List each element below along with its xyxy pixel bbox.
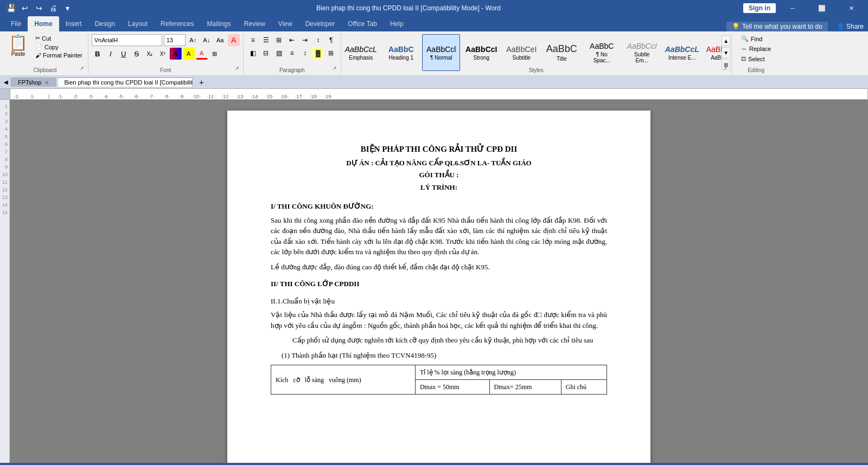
- text-effect-button[interactable]: A: [170, 48, 182, 60]
- italic-button[interactable]: I: [105, 48, 117, 60]
- style-intense-emphasis[interactable]: AaBbCcL Intense E...: [663, 34, 701, 71]
- tab-scroll-left[interactable]: ◀: [2, 76, 10, 88]
- clipboard-expand-button[interactable]: ↗: [78, 64, 86, 72]
- style-sample: AaBbCcL: [706, 45, 722, 54]
- format-painter-button[interactable]: 🖌 Format Painter: [33, 51, 85, 59]
- bienphapdoc-tab[interactable]: Bien phap thi cong thu CPDD loai II [Com…: [57, 78, 193, 87]
- maximize-button[interactable]: ⬜: [809, 0, 834, 16]
- bold-button[interactable]: B: [92, 48, 104, 60]
- doc-section-1: I/ THI CÔNG KHUÔN ĐƯỜNG:: [271, 201, 607, 212]
- replace-button[interactable]: ↔ Replace: [737, 44, 775, 53]
- font-group: A↑ A↓ Aa A B I U S X₂ X² A A A ⊞ Font ↗: [88, 33, 244, 74]
- document-content-area[interactable]: BIỆN PHÁP THI CÔNG RẢI THỬ CPĐ DII DỰ ÁN…: [10, 100, 868, 463]
- share-button[interactable]: 👤 Share: [832, 22, 868, 31]
- ruler-area: ·2· ·1· | ·1· ·2· ·3· ·4· ·5· ·6· ·7· ·8…: [0, 89, 868, 100]
- superscript-button[interactable]: X²: [157, 48, 169, 60]
- find-button[interactable]: 🔍 Find: [737, 34, 775, 43]
- tab-insert[interactable]: Insert: [59, 16, 88, 31]
- style-emphasis[interactable]: AaBbCcL Emphasis: [342, 34, 380, 71]
- document-page[interactable]: BIỆN PHÁP THI CÔNG RẢI THỬ CPĐ DII DỰ ÁN…: [227, 111, 650, 463]
- increase-font-button[interactable]: A↑: [187, 34, 199, 46]
- tab-developer[interactable]: Developer: [299, 16, 342, 31]
- style-strong[interactable]: AaBbCcI Strong: [462, 34, 500, 71]
- tab-mailings[interactable]: Mailings: [200, 16, 237, 31]
- print-button[interactable]: 🖨: [47, 2, 60, 15]
- styles-scroller: AaBbCcL Emphasis AaBbC Heading 1 AaBbCcl…: [342, 34, 722, 71]
- align-center-button[interactable]: ⊟: [260, 47, 272, 59]
- increase-indent-button[interactable]: ⇥: [299, 34, 311, 46]
- subscript-button[interactable]: X₂: [144, 48, 156, 60]
- editing-label: Editing: [732, 67, 781, 73]
- border-bottom-button[interactable]: ⊞: [209, 48, 221, 60]
- tab-references[interactable]: References: [154, 16, 200, 31]
- style-normal[interactable]: AaBbCcl ¶ Normal: [422, 34, 460, 71]
- tab-review[interactable]: Review: [237, 16, 271, 31]
- style-label: Emphasis: [349, 55, 373, 61]
- style-nospace[interactable]: AaBbC ¶ No Spac...: [583, 34, 621, 71]
- styles-container: AaBbCcL Emphasis AaBbC Heading 1 AaBbCcl…: [342, 34, 730, 71]
- copy-button[interactable]: 📄 Copy: [33, 43, 85, 51]
- style-heading1[interactable]: AaBbC Heading 1: [382, 34, 420, 71]
- align-right-button[interactable]: ▧: [273, 47, 285, 59]
- tab-layout[interactable]: Layout: [122, 16, 154, 31]
- table-header-size: Kích cỡ lỗ sàng vuông (mm): [271, 365, 416, 395]
- tab-file[interactable]: File: [4, 16, 28, 31]
- tab-home[interactable]: Home: [28, 16, 59, 31]
- paragraph-group: ≡ ☰ ⊞ ⇤ ⇥ ↕ ¶ ◧ ⊟ ▧ ≡ ↕ ▓ ⊞ Paragraph ↗: [244, 33, 341, 74]
- bullet-list-button[interactable]: ≡: [247, 34, 259, 46]
- tab-officetab[interactable]: Office Tab: [341, 16, 384, 31]
- styles-scroll-down[interactable]: ▼: [722, 47, 730, 58]
- borders-button[interactable]: ⊞: [325, 47, 337, 59]
- doc-section-2: II/ THI CÔNG LỚP CPDDII: [271, 279, 607, 289]
- customize-button[interactable]: ▾: [61, 2, 74, 15]
- style-label: ¶ Normal: [430, 55, 452, 61]
- close-button[interactable]: ✕: [839, 0, 864, 16]
- sign-in-button[interactable]: Sign in: [743, 3, 776, 13]
- style-subtle-emphasis[interactable]: AaBbCcI Subtle Em...: [623, 34, 661, 71]
- style-aabbccl2[interactable]: AaBbCcL AaBbCcL: [703, 34, 722, 71]
- tell-me-input[interactable]: 💡 Tell me what you want to do: [726, 22, 828, 31]
- cut-button[interactable]: ✂ Cut: [33, 34, 85, 42]
- style-subtitle[interactable]: AaBbCeI Subtitle: [502, 34, 540, 71]
- change-case-button[interactable]: Aa: [214, 34, 226, 46]
- redo-button[interactable]: ↪: [33, 2, 46, 15]
- minimize-button[interactable]: ─: [780, 0, 805, 16]
- paragraph-expand-button[interactable]: ↗: [331, 64, 339, 72]
- tab-view[interactable]: View: [272, 16, 299, 31]
- fptshop-tab-close[interactable]: ✕: [44, 80, 49, 86]
- text-highlight-button[interactable]: A: [183, 48, 195, 60]
- line-number: 14: [0, 201, 9, 209]
- font-size-selector[interactable]: [164, 34, 186, 46]
- shading-button[interactable]: ▓: [312, 47, 324, 59]
- clear-format-button[interactable]: A: [228, 34, 240, 46]
- decrease-font-button[interactable]: A↓: [201, 34, 213, 46]
- scissors-icon: ✂: [35, 35, 40, 42]
- line-spacing-button[interactable]: ↕: [299, 47, 311, 59]
- align-left-button[interactable]: ◧: [247, 47, 259, 59]
- underline-button[interactable]: U: [118, 48, 130, 60]
- line-number: 11: [0, 178, 9, 186]
- paste-button[interactable]: 📋 Paste: [5, 34, 31, 58]
- paragraph-label: Paragraph: [244, 67, 341, 73]
- fptshop-tab[interactable]: FPTshop ✕: [11, 78, 56, 87]
- style-title[interactable]: AaBbC Title: [542, 34, 580, 71]
- font-name-selector[interactable]: [92, 34, 162, 46]
- select-button[interactable]: ⊡ Select: [737, 54, 775, 63]
- show-marks-button[interactable]: ¶: [325, 34, 337, 46]
- doc-para-3: Vật liệu của Nhà thầu được lấy tại mỏ đá…: [271, 309, 607, 331]
- font-expand-button[interactable]: ↗: [233, 64, 241, 72]
- styles-scroll-up[interactable]: ▲: [722, 35, 730, 46]
- styles-expand-button[interactable]: ↗: [722, 64, 729, 72]
- justify-button[interactable]: ≡: [286, 47, 298, 59]
- new-tab-button[interactable]: +: [196, 76, 207, 88]
- save-button[interactable]: 💾: [4, 2, 17, 15]
- undo-button[interactable]: ↩: [18, 2, 31, 15]
- tab-help[interactable]: Help: [384, 16, 410, 31]
- decrease-indent-button[interactable]: ⇤: [286, 34, 298, 46]
- font-color-button[interactable]: A: [196, 48, 208, 60]
- tab-design[interactable]: Design: [88, 16, 122, 31]
- strikethrough-button[interactable]: S: [131, 48, 143, 60]
- numbered-list-button[interactable]: ☰: [260, 34, 272, 46]
- multilevel-list-button[interactable]: ⊞: [273, 34, 285, 46]
- sort-button[interactable]: ↕: [312, 34, 324, 46]
